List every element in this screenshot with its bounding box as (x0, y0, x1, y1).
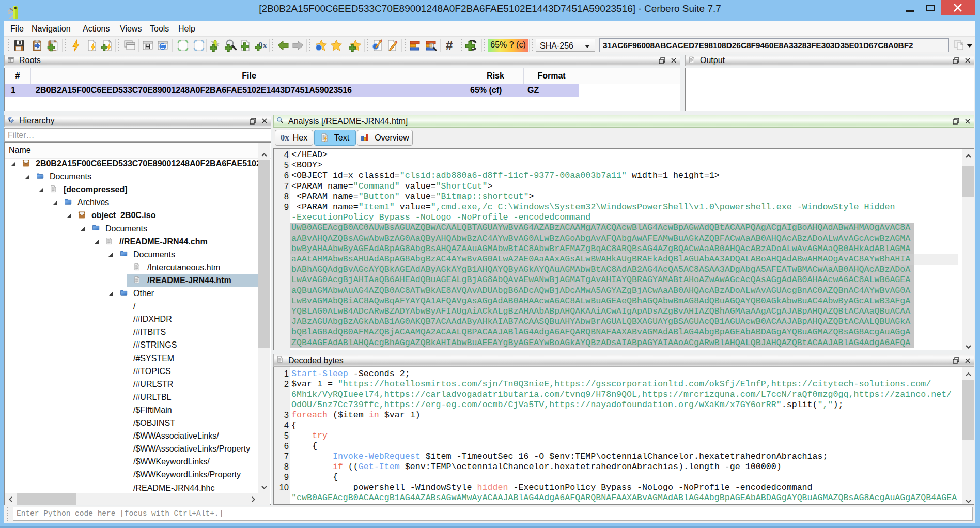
svg-text:#: # (446, 39, 453, 52)
